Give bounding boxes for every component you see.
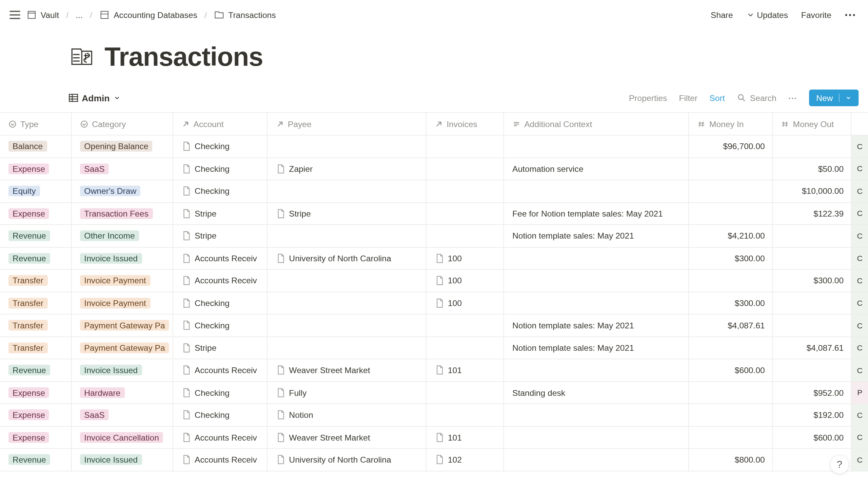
table-cell[interactable]: Checking [173, 180, 268, 202]
table-cell[interactable]: C [851, 404, 868, 426]
breadcrumb-dots[interactable]: ... [76, 10, 83, 20]
table-cell[interactable]: Stripe [173, 225, 268, 247]
table-cell[interactable]: $800.00 [689, 449, 773, 470]
breadcrumb-leaf[interactable]: Transactions [214, 9, 276, 20]
table-cell[interactable] [426, 404, 504, 426]
table-cell[interactable]: C [851, 247, 868, 269]
table-cell[interactable]: Fully [268, 382, 426, 403]
table-cell[interactable]: Standing desk [504, 382, 689, 403]
table-cell[interactable] [504, 449, 689, 470]
table-cell[interactable] [268, 292, 426, 314]
table-cell[interactable] [426, 337, 504, 359]
column-header[interactable]: Account [173, 113, 268, 135]
table-cell[interactable] [689, 426, 773, 448]
table-cell[interactable]: Notion [268, 404, 426, 426]
table-cell[interactable]: C [851, 426, 868, 448]
table-cell[interactable] [504, 404, 689, 426]
table-row[interactable]: TransferPayment Gateway PaStripeNotion t… [0, 337, 868, 359]
table-cell[interactable]: Accounts Receiv [173, 426, 268, 448]
table-row[interactable]: BalanceOpening BalanceChecking$96,700.00… [0, 136, 868, 158]
table-cell[interactable]: $4,087.61 [773, 337, 851, 359]
table-cell[interactable]: 100 [426, 292, 504, 314]
table-cell[interactable]: Transaction Fees [72, 203, 173, 224]
table-cell[interactable] [504, 180, 689, 202]
table-cell[interactable]: Opening Balance [72, 136, 173, 157]
table-cell[interactable]: Invoice Payment [72, 292, 173, 314]
table-cell[interactable]: $952.00 [773, 382, 851, 403]
table-cell[interactable]: Checking [173, 136, 268, 157]
table-cell[interactable]: Owner's Draw [72, 180, 173, 202]
column-header[interactable]: Additional Context [504, 113, 689, 135]
table-cell[interactable]: 101 [426, 359, 504, 381]
table-cell[interactable]: Accounts Receiv [173, 247, 268, 269]
table-cell[interactable]: Revenue [0, 225, 72, 247]
hamburger-icon[interactable] [9, 11, 20, 19]
table-cell[interactable]: 100 [426, 270, 504, 291]
breadcrumb-mid[interactable]: Accounting Databases [99, 9, 197, 20]
table-cell[interactable]: Revenue [0, 449, 72, 470]
table-cell[interactable] [426, 382, 504, 403]
table-row[interactable]: TransferInvoice PaymentAccounts Receiv10… [0, 270, 868, 292]
table-row[interactable]: ExpenseSaaSCheckingZapierAutomation serv… [0, 158, 868, 180]
table-cell[interactable]: Checking [173, 382, 268, 403]
table-cell[interactable]: Transfer [0, 314, 72, 336]
table-cell[interactable] [773, 247, 851, 269]
table-cell[interactable] [689, 404, 773, 426]
table-cell[interactable]: $50.00 [773, 158, 851, 180]
table-cell[interactable]: 101 [426, 426, 504, 448]
table-cell[interactable] [426, 158, 504, 180]
table-cell[interactable]: SaaS [72, 404, 173, 426]
sort-button[interactable]: Sort [710, 93, 725, 103]
table-cell[interactable] [504, 359, 689, 381]
more-actions-button[interactable]: ··· [788, 93, 797, 103]
table-cell[interactable] [268, 270, 426, 291]
table-cell[interactable]: Other Income [72, 225, 173, 247]
table-cell[interactable]: Invoice Issued [72, 359, 173, 381]
table-cell[interactable] [504, 292, 689, 314]
table-cell[interactable]: Payment Gateway Pa [72, 337, 173, 359]
table-cell[interactable]: Accounts Receiv [173, 359, 268, 381]
table-cell[interactable]: C [851, 359, 868, 381]
table-cell[interactable]: $96,700.00 [689, 136, 773, 157]
table-cell[interactable]: C [851, 270, 868, 291]
column-header[interactable]: Invoices [426, 113, 504, 135]
table-cell[interactable]: Checking [173, 158, 268, 180]
table-cell[interactable]: Notion template sales: May 2021 [504, 314, 689, 336]
table-cell[interactable] [504, 426, 689, 448]
table-cell[interactable]: Weaver Street Market [268, 359, 426, 381]
table-cell[interactable]: Fee for Notion template sales: May 2021 [504, 203, 689, 224]
breadcrumb-root[interactable]: Vault [26, 9, 59, 20]
table-cell[interactable] [268, 180, 426, 202]
new-button[interactable]: New [809, 89, 859, 106]
table-cell[interactable]: C [851, 203, 868, 224]
table-cell[interactable]: Revenue [0, 359, 72, 381]
table-cell[interactable]: Stripe [268, 203, 426, 224]
table-cell[interactable]: $122.39 [773, 203, 851, 224]
column-header[interactable]: Type [0, 113, 72, 135]
table-cell[interactable]: Notion template sales: May 2021 [504, 225, 689, 247]
table-cell[interactable]: $300.00 [689, 292, 773, 314]
table-cell[interactable] [268, 136, 426, 157]
table-cell[interactable]: Transfer [0, 292, 72, 314]
table-cell[interactable]: C [851, 180, 868, 202]
table-cell[interactable]: Balance [0, 136, 72, 157]
table-cell[interactable] [773, 225, 851, 247]
table-cell[interactable]: C [851, 292, 868, 314]
table-cell[interactable] [504, 136, 689, 157]
column-header[interactable] [851, 113, 868, 135]
table-cell[interactable]: Weaver Street Market [268, 426, 426, 448]
table-cell[interactable] [689, 203, 773, 224]
table-cell[interactable] [689, 180, 773, 202]
table-cell[interactable]: Expense [0, 404, 72, 426]
column-header[interactable]: Category [72, 113, 173, 135]
table-cell[interactable] [426, 314, 504, 336]
table-cell[interactable]: Accounts Receiv [173, 449, 268, 470]
table-cell[interactable]: Notion template sales: May 2021 [504, 337, 689, 359]
table-cell[interactable]: Equity [0, 180, 72, 202]
table-row[interactable]: RevenueInvoice IssuedAccounts ReceivWeav… [0, 359, 868, 382]
table-cell[interactable] [268, 314, 426, 336]
table-cell[interactable] [426, 180, 504, 202]
table-cell[interactable]: Expense [0, 203, 72, 224]
table-cell[interactable]: 102 [426, 449, 504, 470]
table-row[interactable]: RevenueOther IncomeStripeNotion template… [0, 225, 868, 247]
